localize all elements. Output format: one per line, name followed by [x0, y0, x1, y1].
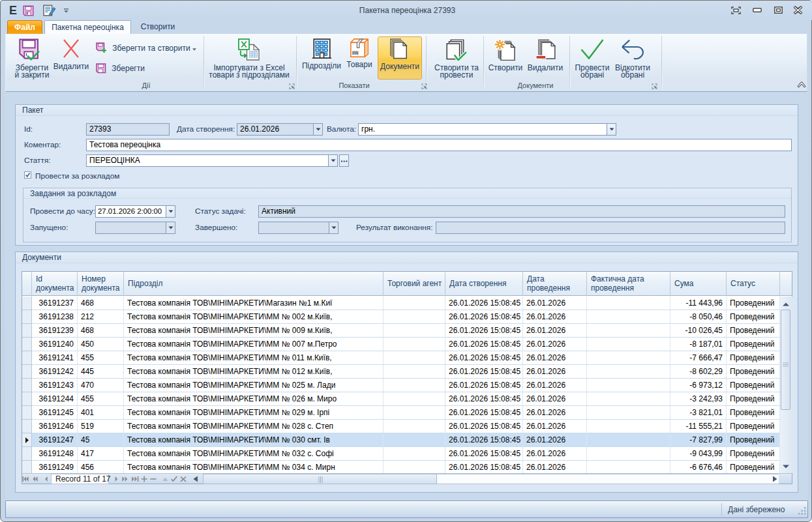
svg-text:Record 11 of 17: Record 11 of 17	[55, 474, 111, 484]
